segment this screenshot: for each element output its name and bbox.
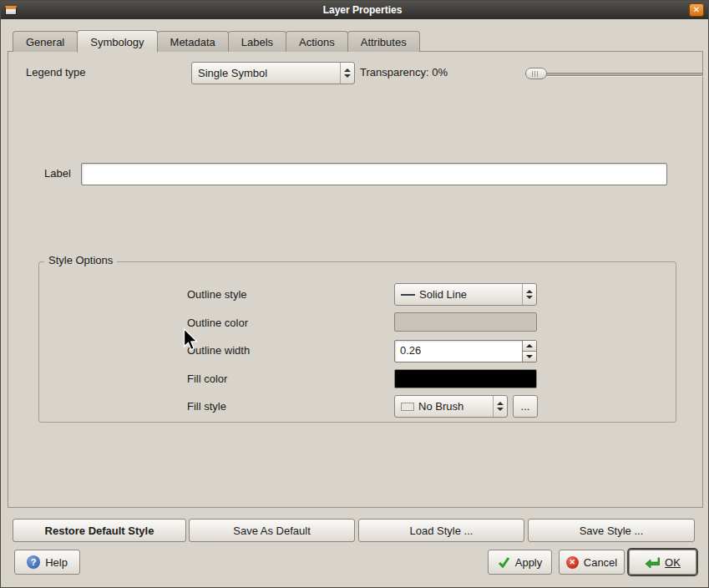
layer-properties-dialog: Layer Properties ✕ General Symbology Met…	[0, 0, 709, 588]
window-title: Layer Properties	[17, 4, 708, 16]
save-as-default-button[interactable]: Save As Default	[189, 519, 355, 542]
cancel-button[interactable]: ✕ Cancel	[559, 550, 625, 575]
tab-bar: General Symbology Metadata Labels Action…	[13, 30, 419, 52]
cancel-icon: ✕	[566, 556, 579, 569]
style-options-group: Style Options Outline style Solid Line O…	[38, 261, 676, 423]
legend-type-label: Legend type	[26, 66, 86, 79]
apply-button[interactable]: Apply	[488, 550, 552, 575]
close-button[interactable]: ✕	[689, 3, 704, 17]
transparency-slider[interactable]	[525, 67, 703, 80]
fill-style-label: Fill style	[187, 400, 226, 413]
more-button-label: ...	[521, 400, 530, 413]
outline-color-label: Outline color	[187, 317, 248, 329]
spin-up-button[interactable]	[522, 341, 536, 352]
outline-style-combobox[interactable]: Solid Line	[394, 283, 537, 306]
close-icon: ✕	[693, 5, 700, 14]
label-field-label: Label	[44, 167, 71, 180]
fill-style-combobox[interactable]: No Brush	[394, 395, 508, 418]
tab-actions[interactable]: Actions	[286, 31, 348, 52]
ok-button[interactable]: OK	[629, 550, 696, 575]
cancel-label: Cancel	[584, 556, 617, 569]
combobox-arrows-icon	[522, 284, 536, 305]
legend-type-combobox[interactable]: Single Symbol	[191, 62, 355, 84]
load-style-button[interactable]: Load Style ...	[358, 519, 524, 542]
transparency-label: Transparency: 0%	[360, 66, 448, 79]
apply-check-icon	[498, 556, 510, 568]
restore-default-style-button[interactable]: Restore Default Style	[13, 519, 186, 542]
titlebar[interactable]: Layer Properties ✕	[1, 1, 708, 19]
help-icon: ?	[27, 555, 40, 569]
help-label: Help	[45, 556, 68, 569]
fill-style-more-button[interactable]: ...	[513, 395, 538, 418]
tab-symbology[interactable]: Symbology	[77, 30, 157, 53]
outline-width-label: Outline width	[187, 344, 250, 357]
tab-metadata[interactable]: Metadata	[157, 31, 229, 52]
fill-color-button[interactable]	[394, 369, 537, 388]
outline-width-value[interactable]: 0.26	[395, 341, 522, 362]
apply-label: Apply	[515, 556, 543, 569]
no-brush-icon	[401, 403, 414, 411]
outline-style-label: Outline style	[187, 288, 247, 301]
symbology-panel: Legend type Single Symbol Transparency: …	[8, 51, 703, 508]
combobox-arrows-icon	[493, 396, 507, 417]
save-as-default-label: Save As Default	[233, 525, 311, 537]
label-input[interactable]	[81, 163, 667, 185]
solid-line-icon	[401, 294, 415, 296]
combobox-arrows-icon	[340, 63, 354, 84]
save-style-button[interactable]: Save Style ...	[528, 519, 695, 542]
ok-label: OK	[665, 556, 681, 569]
outline-style-value: Solid Line	[419, 288, 467, 301]
tab-attributes[interactable]: Attributes	[347, 31, 420, 52]
ok-enter-arrow-icon	[645, 557, 660, 568]
tab-general[interactable]: General	[13, 31, 78, 52]
tab-labels[interactable]: Labels	[228, 31, 286, 52]
slider-track[interactable]	[525, 73, 703, 76]
outline-color-button[interactable]	[394, 312, 537, 332]
slider-handle[interactable]	[525, 68, 547, 79]
legend-type-value: Single Symbol	[198, 67, 267, 79]
save-style-label: Save Style ...	[580, 525, 644, 537]
outline-width-spinbox[interactable]: 0.26	[394, 340, 537, 362]
style-options-title: Style Options	[44, 254, 117, 266]
fill-style-value: No Brush	[418, 400, 463, 413]
restore-default-style-label: Restore Default Style	[45, 525, 154, 537]
fill-color-label: Fill color	[187, 373, 227, 385]
spin-down-button[interactable]	[522, 352, 536, 362]
load-style-label: Load Style ...	[410, 525, 474, 537]
help-button[interactable]: ? Help	[14, 550, 80, 575]
window-icon	[5, 6, 17, 15]
